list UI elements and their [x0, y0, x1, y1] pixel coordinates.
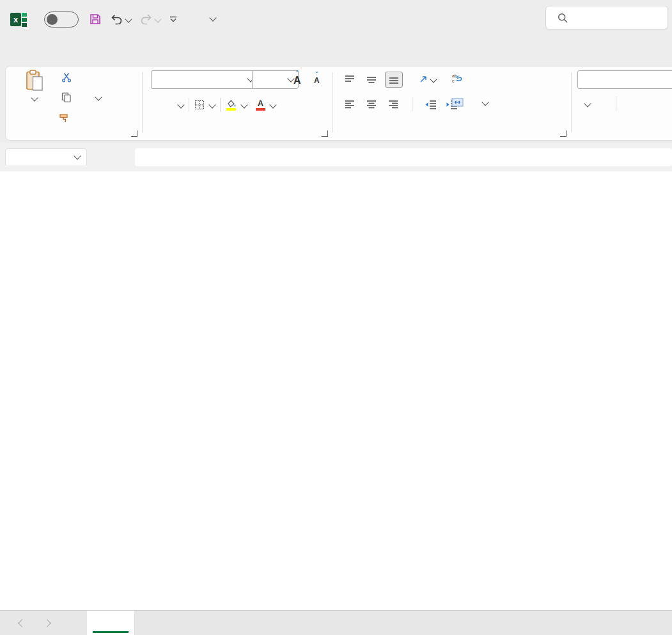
copy-icon [61, 92, 72, 102]
undo-dropdown-icon[interactable] [125, 15, 132, 22]
font-name-combo[interactable] [151, 70, 258, 89]
number-group [571, 64, 672, 143]
svg-text:c: c [452, 79, 455, 83]
align-right-icon [387, 100, 399, 109]
cut-icon [61, 72, 72, 82]
format-painter-button[interactable] [59, 113, 75, 123]
increase-font-size-button[interactable]: ˆA [293, 72, 301, 86]
bottom-align-icon [388, 75, 400, 84]
save-icon[interactable] [89, 13, 102, 26]
paste-button[interactable] [14, 70, 55, 130]
copy-dropdown-icon[interactable] [95, 93, 102, 100]
alignment-group: ab c [332, 64, 571, 143]
merge-center-dropdown-icon[interactable] [481, 98, 488, 106]
decrease-font-size-button[interactable]: ˇA [314, 73, 320, 84]
cut-button[interactable] [61, 72, 77, 82]
next-sheet-icon[interactable] [43, 619, 51, 627]
currency-dropdown-icon[interactable] [584, 100, 591, 107]
formula-bar [0, 143, 672, 171]
merge-center-icon [451, 98, 464, 107]
search-box[interactable] [545, 6, 668, 29]
excel-x-glyph: x [10, 13, 21, 26]
number-format-combo[interactable] [577, 70, 672, 89]
font-color-bar [256, 108, 265, 111]
decrease-indent-icon [425, 100, 437, 109]
decrease-indent-button[interactable] [423, 98, 439, 111]
borders-button[interactable] [194, 100, 205, 110]
underline-dropdown-icon[interactable] [177, 101, 184, 108]
font-size-combo[interactable] [252, 70, 299, 89]
fill-color-dropdown-icon[interactable] [240, 101, 247, 108]
orientation-dropdown-icon [430, 75, 437, 82]
sheet-tab-sheet1[interactable] [87, 611, 135, 635]
name-box[interactable] [5, 148, 87, 166]
redo-button[interactable] [140, 14, 160, 25]
top-align-button[interactable] [341, 72, 358, 87]
middle-align-button[interactable] [363, 72, 380, 87]
excel-icon-square [22, 23, 27, 27]
borders-dropdown-icon[interactable] [208, 101, 215, 108]
spreadsheet-grid [0, 171, 672, 610]
font-color-button[interactable]: A [256, 100, 265, 111]
clipboard-icon [26, 70, 43, 91]
align-left-button[interactable] [341, 97, 358, 112]
title-bar: x [0, 0, 672, 38]
align-center-icon [366, 100, 377, 109]
ribbon: ˆA ˇA [0, 64, 672, 143]
excel-icon-square [22, 18, 27, 22]
format-painter-icon [59, 113, 70, 123]
formula-input[interactable] [135, 148, 672, 166]
clipboard-group [5, 64, 142, 143]
prev-sheet-icon[interactable] [18, 619, 26, 627]
orientation-button[interactable] [416, 75, 436, 83]
fill-bucket-icon [226, 100, 237, 107]
autosave-toggle[interactable] [44, 12, 79, 27]
align-center-button[interactable] [363, 97, 380, 112]
excel-icon-square [22, 13, 27, 17]
ribbon-tab-bar [0, 38, 672, 64]
search-icon [558, 13, 568, 23]
name-box-dropdown-icon[interactable] [74, 152, 81, 159]
redo-dropdown-icon [154, 15, 161, 22]
paste-dropdown-icon[interactable] [31, 94, 38, 101]
align-right-button[interactable] [385, 97, 402, 112]
customize-toolbar-icon[interactable] [169, 16, 177, 23]
sheet-tab-bar [0, 610, 672, 635]
wrap-text-icon: ab c [451, 73, 463, 83]
font-color-dropdown-icon[interactable] [269, 101, 276, 108]
fill-color-bar [226, 108, 236, 111]
bottom-align-button[interactable] [385, 72, 403, 88]
copy-button[interactable] [61, 92, 101, 102]
saved-status-dropdown-icon[interactable] [209, 14, 216, 21]
font-color-A: A [258, 100, 263, 107]
clipboard-dialog-launcher-icon[interactable] [131, 130, 137, 137]
font-group: ˆA ˇA [142, 64, 332, 143]
middle-align-icon [366, 75, 377, 84]
wrap-text-button[interactable]: ab c [451, 73, 468, 83]
top-align-icon [344, 75, 356, 84]
fill-color-button[interactable] [226, 100, 237, 111]
font-dialog-launcher-icon[interactable] [322, 130, 328, 137]
undo-button[interactable] [111, 14, 131, 25]
excel-app-icon[interactable]: x [10, 11, 27, 28]
merge-center-button[interactable] [451, 98, 488, 107]
toggle-knob-icon [47, 14, 58, 25]
align-left-icon [344, 100, 356, 109]
borders-icon [194, 100, 205, 110]
alignment-dialog-launcher-icon[interactable] [560, 130, 567, 137]
orientation-arrow-icon [419, 75, 427, 83]
